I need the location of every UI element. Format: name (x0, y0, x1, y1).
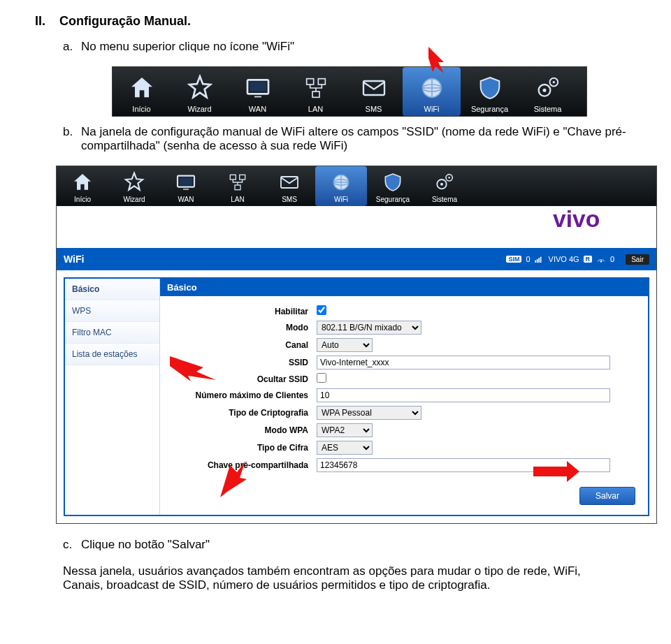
svg-point-30 (600, 261, 603, 263)
menu-inicio[interactable]: Início (57, 166, 108, 206)
menu-inicio[interactable]: Início (113, 67, 171, 116)
svg-text:vivo: vivo (553, 206, 600, 232)
svg-rect-5 (363, 81, 384, 95)
pointer-arrow-icon (209, 458, 251, 500)
menu-wizard[interactable]: Wizard (171, 67, 229, 116)
input-max-clientes[interactable] (317, 388, 610, 402)
svg-point-24 (448, 177, 450, 179)
logout-button[interactable]: Sair (626, 254, 649, 265)
signal-icon (535, 256, 544, 263)
section-number: II. (35, 14, 56, 29)
network-icon (212, 169, 264, 196)
label-modo-wpa: Modo WPA (170, 425, 317, 435)
select-tipo-cripto[interactable]: WPA Pessoal (317, 406, 421, 420)
svg-rect-1 (250, 82, 266, 92)
menu-sms[interactable]: SMS (264, 166, 315, 206)
sidenav-filtro-mac[interactable]: Filtro MAC (65, 322, 159, 344)
svg-rect-27 (536, 259, 537, 263)
menu-seguranca[interactable]: Segurança (461, 67, 519, 116)
menu-wan[interactable]: WAN (229, 67, 287, 116)
menu-lan[interactable]: LAN (212, 166, 264, 206)
select-modo-wpa[interactable]: WPA2 (317, 423, 373, 437)
svg-point-22 (440, 183, 443, 186)
footer-paragraph: Nessa janela, usuários avançados também … (63, 564, 608, 592)
instruction-c: c. Clique no botão "Salvar" (63, 538, 636, 552)
status-wifi-count: 0 (610, 255, 614, 263)
select-modo[interactable]: 802.11 B/G/N mixado (317, 321, 421, 335)
shield-icon (367, 169, 419, 196)
checkbox-habilitar[interactable] (317, 305, 326, 315)
menu-label: Início (57, 196, 108, 203)
side-nav: Básico WPS Filtro MAC Lista de estações (65, 279, 160, 515)
home-icon (113, 71, 171, 105)
screenshot-menubar: Início Wizard WAN LAN SMS WiFi (112, 66, 587, 117)
checkbox-ocultar-ssid[interactable] (317, 373, 326, 383)
menu-wan[interactable]: WAN (160, 166, 212, 206)
label-max-clientes: Número máximo de Clientes (170, 390, 317, 400)
svg-rect-3 (318, 79, 325, 85)
svg-point-11 (552, 81, 554, 83)
label-habilitar: Habilitar (170, 307, 317, 316)
menu-label: LAN (287, 105, 345, 113)
save-button[interactable]: Salvar (579, 487, 635, 505)
svg-rect-18 (281, 177, 298, 188)
roaming-badge: R (584, 256, 593, 263)
select-tipo-cifra[interactable]: AES (317, 441, 373, 455)
menu-label: WiFi (315, 196, 367, 203)
sidenav-basico[interactable]: Básico (65, 279, 159, 300)
envelope-icon (264, 169, 315, 196)
svg-marker-33 (533, 461, 579, 482)
panel-title: Básico (160, 279, 648, 296)
wifi-header-title: WiFi (64, 254, 84, 265)
pointer-arrow-icon (168, 351, 217, 383)
svg-rect-15 (230, 175, 236, 180)
input-ssid[interactable] (317, 356, 610, 369)
label-modo: Modo (170, 323, 317, 332)
pointer-arrow-icon (423, 43, 458, 78)
select-canal[interactable]: Auto (317, 338, 373, 352)
status-area: SIM 0 VIVO 4G R 0 Sair (506, 254, 649, 265)
svg-rect-14 (180, 177, 193, 185)
item-letter: c. (63, 538, 81, 552)
label-canal: Canal (170, 340, 317, 350)
svg-rect-2 (306, 79, 313, 85)
status-network: VIVO 4G (549, 255, 579, 263)
menu-label: SMS (345, 105, 403, 113)
instruction-b: b. Na janela de configuração manual de W… (63, 125, 636, 153)
svg-marker-32 (220, 461, 247, 497)
wifi-signal-icon (596, 256, 606, 263)
menu-label: SMS (264, 196, 315, 203)
svg-rect-29 (540, 257, 541, 263)
menu-label: Início (113, 105, 171, 113)
home-icon (57, 169, 108, 196)
item-letter: b. (63, 125, 81, 153)
svg-rect-17 (235, 185, 240, 190)
item-text: Clique no botão "Salvar" (81, 538, 210, 552)
menu-seguranca[interactable]: Segurança (367, 166, 419, 206)
menu-label: Sistema (419, 196, 470, 203)
gears-icon (519, 71, 577, 105)
star-icon (171, 71, 229, 105)
label-tipo-cripto: Tipo de Criptografia (170, 408, 317, 418)
section-title-text: Configuração Manual. (59, 14, 191, 28)
svg-rect-4 (312, 92, 319, 97)
wifi-globe-icon (315, 169, 367, 196)
screenshot-config-page: Início Wizard WAN LAN SMS WiFi Segurança… (56, 166, 657, 524)
menu-sms[interactable]: SMS (345, 67, 403, 116)
svg-rect-28 (538, 258, 540, 263)
sidenav-wps[interactable]: WPS (65, 300, 159, 322)
menu-label: Segurança (461, 105, 519, 113)
menu-label: WAN (160, 196, 212, 203)
svg-rect-26 (535, 261, 536, 263)
brand-area: vivo (57, 206, 656, 248)
item-letter: a. (63, 40, 81, 54)
menu-sistema[interactable]: Sistema (419, 166, 470, 206)
pointer-arrow-icon (532, 460, 581, 483)
menu-lan[interactable]: LAN (287, 67, 345, 116)
menu-label: Segurança (367, 196, 419, 203)
sim-icon: SIM (506, 256, 521, 263)
menu-wizard[interactable]: Wizard (108, 166, 160, 206)
menu-wifi[interactable]: WiFi (315, 166, 367, 206)
sidenav-lista-estacoes[interactable]: Lista de estações (65, 344, 159, 365)
menu-sistema[interactable]: Sistema (519, 67, 577, 116)
